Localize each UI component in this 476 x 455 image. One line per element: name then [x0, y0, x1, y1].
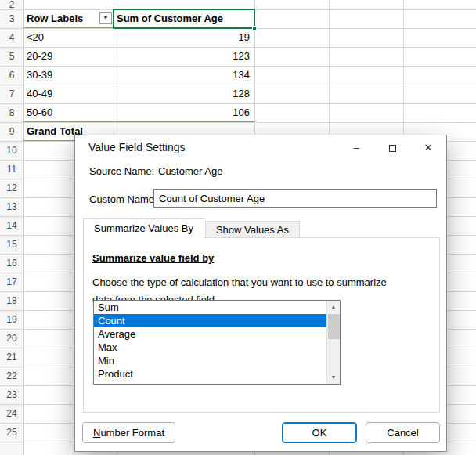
- custom-name-input[interactable]: [153, 189, 437, 208]
- pivot-row-label[interactable]: 30-39: [23, 66, 114, 85]
- maximize-button[interactable]: [374, 136, 410, 160]
- scrollbar-thumb[interactable]: [328, 314, 340, 339]
- excel-window: 2345678910111213141516171819202122232425…: [0, 0, 476, 455]
- pivot-row-label[interactable]: 20-29: [23, 47, 114, 66]
- minimize-icon: –: [353, 142, 359, 153]
- active-cell-selection-border: [113, 9, 255, 29]
- chevron-down-icon: ▼: [103, 14, 109, 21]
- source-name-label: Source Name:: [89, 165, 154, 177]
- list-option-product[interactable]: Product: [94, 367, 326, 381]
- value-field-settings-dialog: Value Field Settings – ✕ Source Name: Cu…: [74, 135, 447, 452]
- close-icon: ✕: [424, 142, 433, 153]
- scroll-down-icon[interactable]: ▼: [327, 371, 340, 384]
- list-option-sum[interactable]: Sum: [94, 301, 326, 314]
- row-labels-filter-button[interactable]: ▼: [99, 12, 112, 24]
- pivot-row-value[interactable]: 128: [114, 85, 254, 103]
- scroll-up-icon[interactable]: ▲: [327, 301, 340, 313]
- list-option-average[interactable]: Average: [94, 327, 326, 341]
- list-option-min[interactable]: Min: [94, 354, 326, 367]
- pivot-row-label[interactable]: 40-49: [23, 85, 114, 103]
- cancel-button[interactable]: Cancel: [366, 422, 440, 443]
- pivot-grand-total-border: [23, 121, 254, 122]
- number-format-button[interactable]: Number Format: [82, 422, 175, 443]
- close-button[interactable]: ✕: [410, 136, 446, 160]
- minimize-button[interactable]: –: [338, 136, 374, 160]
- tab-summarize-values-by[interactable]: Summarize Values By: [83, 218, 204, 238]
- summarize-description-line1: Choose the type of calculation that you …: [92, 276, 387, 288]
- list-option-max[interactable]: Max: [94, 341, 326, 354]
- list-option-count[interactable]: Count: [94, 314, 326, 327]
- pivot-row-value[interactable]: 123: [114, 47, 254, 66]
- tab-show-values-as[interactable]: Show Values As: [205, 221, 300, 238]
- maximize-icon: [389, 145, 396, 152]
- source-name-value: Customer Age: [158, 165, 222, 177]
- ok-button[interactable]: OK: [282, 422, 357, 443]
- list-scrollbar[interactable]: ▲ ▼: [326, 301, 340, 384]
- custom-name-label: Custom Name:: [89, 193, 157, 205]
- summarize-section-heading: Summarize value field by: [92, 252, 214, 264]
- pivot-row-label[interactable]: <20: [23, 28, 114, 47]
- pivot-row-value[interactable]: 106: [114, 103, 254, 122]
- fill-handle[interactable]: [252, 26, 257, 31]
- pivot-row-value[interactable]: 19: [114, 28, 254, 47]
- pivot-row-label[interactable]: 50-60: [23, 103, 114, 122]
- dialog-title: Value Field Settings: [88, 135, 185, 160]
- tab-strip: Summarize Values By Show Values As: [83, 218, 301, 238]
- pivot-row-value[interactable]: 134: [114, 66, 254, 85]
- summary-function-list[interactable]: SumCountAverageMaxMinProduct ▲ ▼: [93, 300, 341, 385]
